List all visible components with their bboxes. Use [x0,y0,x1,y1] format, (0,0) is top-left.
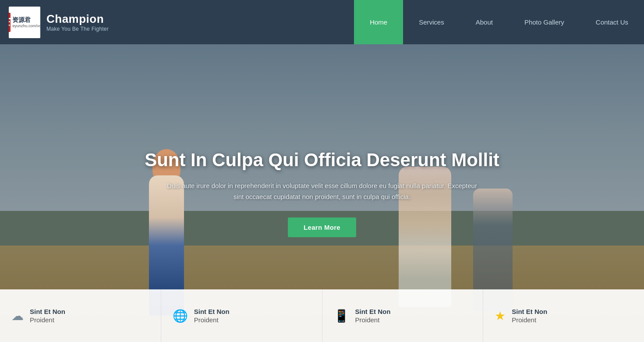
card-0-text: Sint Et Non Proident [30,307,65,324]
card-3-title: Sint Et Non [512,307,547,316]
logo-box: E 资源君 eyunzhu.com/vdisk [9,7,40,38]
brand-name: Champion [46,12,109,26]
card-1-text: Sint Et Non Proident [194,307,230,324]
card-1-subtitle: Proident [194,316,230,324]
card-1-title: Sint Et Non [194,307,230,316]
card-0: ☁ Sint Et Non Proident [0,289,161,342]
logo-url: eyunzhu.com/vdisk [12,24,40,28]
card-3-text: Sint Et Non Proident [512,307,547,324]
card-1: 🌐 Sint Et Non Proident [161,289,322,342]
bottom-cards: ☁ Sint Et Non Proident 🌐 Sint Et Non Pro… [0,289,644,342]
logo-text-col: 资源君 eyunzhu.com/vdisk [12,16,40,28]
card-0-title: Sint Et Non [30,307,65,316]
globe-icon: 🌐 [173,309,188,323]
card-3-subtitle: Proident [512,316,547,324]
learn-more-button[interactable]: Learn More [288,217,356,237]
card-2-subtitle: Proident [355,316,391,324]
brand-text: Champion Make You Be The Fighter [46,12,109,32]
hero-title: Sunt In Culpa Qui Officia Deserunt Molli… [145,149,499,171]
hero-section: Sunt In Culpa Qui Officia Deserunt Molli… [0,44,644,342]
card-2-title: Sint Et Non [355,307,391,316]
card-2: 📱 Sint Et Non Proident [322,289,484,342]
nav-item-about[interactable]: About [460,0,509,44]
card-3: ★ Sint Et Non Proident [483,289,644,342]
card-0-subtitle: Proident [30,316,65,324]
logo-e-box: E [9,13,11,32]
brand-tagline: Make You Be The Fighter [46,26,109,32]
cloud-icon: ☁ [11,309,24,323]
nav-item-contact-us[interactable]: Contact Us [580,0,644,44]
star-icon: ★ [495,309,506,323]
nav-links: Home Services About Photo Gallery Contac… [354,0,644,44]
hero-description: Duis aute irure dolor in reprehenderit i… [164,180,480,203]
nav-item-home[interactable]: Home [354,0,403,44]
card-2-text: Sint Et Non Proident [355,307,391,324]
logo-chinese: 资源君 [12,16,31,24]
navbar: E 资源君 eyunzhu.com/vdisk Champion Make Yo… [0,0,644,44]
mobile-icon: 📱 [334,309,349,323]
nav-item-services[interactable]: Services [403,0,460,44]
logo-inner: E 资源君 eyunzhu.com/vdisk [10,8,39,37]
logo-letter: E [9,15,11,29]
logo-area: E 资源君 eyunzhu.com/vdisk Champion Make Yo… [9,7,354,38]
nav-item-photo-gallery[interactable]: Photo Gallery [509,0,580,44]
